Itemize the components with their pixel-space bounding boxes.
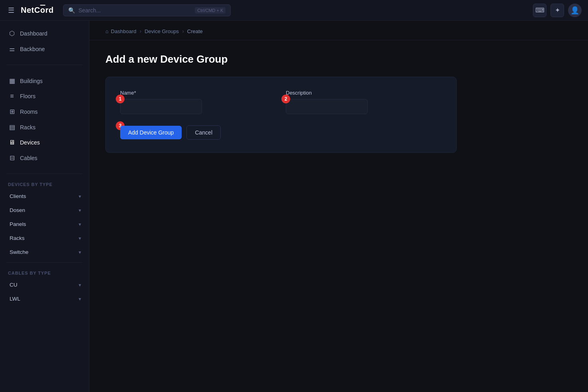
search-input[interactable]: [78, 7, 192, 14]
sidebar-item-rooms[interactable]: ⊞ Rooms: [0, 104, 89, 119]
description-input-wrapper: 2: [286, 99, 442, 114]
sidebar-divider-3: [6, 262, 83, 263]
panels-label: Panels: [10, 221, 26, 227]
home-icon: ⌂: [105, 28, 109, 34]
chevron-down-icon: ▾: [79, 282, 81, 288]
breadcrumb-device-groups[interactable]: Device Groups: [145, 28, 179, 34]
sidebar-item-label: Dashboard: [20, 30, 48, 37]
page-title: Add a new Device Group: [105, 53, 572, 65]
devices-by-type-label: DEVICES BY TYPE: [0, 177, 89, 189]
terminal-icon-btn[interactable]: ⌨: [533, 4, 546, 17]
sidebar-device-type-switche[interactable]: Switche ▾: [2, 245, 87, 259]
description-label: Description: [286, 90, 442, 96]
topbar: ☰ NetCord 🔍 Ctrl/CMD + K ⌨ ✦ 👤: [0, 0, 588, 21]
sidebar-item-label: Racks: [20, 124, 36, 131]
sidebar-item-backbone[interactable]: ⚌ Backbone: [0, 41, 89, 57]
clients-label: Clients: [10, 193, 26, 199]
sidebar-item-label: Devices: [20, 139, 40, 146]
sidebar-nav-middle: ▦ Buildings ≡ Floors ⊞ Rooms ▤ Racks 🖥 D…: [0, 68, 89, 170]
settings-icon-btn[interactable]: ✦: [550, 4, 564, 17]
switche-label: Switche: [10, 249, 28, 255]
form-row-inputs: Name* 1 Description 2: [120, 90, 442, 114]
add-device-group-button[interactable]: Add Device Group: [120, 126, 182, 139]
sidebar-divider-2: [6, 174, 83, 174]
chevron-down-icon: ▾: [79, 208, 81, 213]
backbone-icon: ⚌: [8, 45, 16, 53]
sidebar-item-label: Rooms: [20, 109, 38, 115]
breadcrumb-dashboard[interactable]: ⌂ Dashboard: [105, 28, 136, 34]
sidebar: ⬡ Dashboard ⚌ Backbone ▦ Buildings ≡ Flo…: [0, 21, 89, 392]
racks-label: Racks: [10, 235, 25, 241]
breadcrumb-sep-1: ›: [139, 28, 141, 34]
chevron-down-icon: ▾: [79, 236, 81, 241]
cables-icon: ⊟: [8, 154, 16, 162]
sidebar-item-buildings[interactable]: ▦ Buildings: [0, 73, 89, 89]
rooms-icon: ⊞: [8, 108, 16, 115]
chevron-down-icon: ▾: [79, 296, 81, 302]
sidebar-item-devices[interactable]: 🖥 Devices: [0, 135, 89, 150]
sidebar-item-dashboard[interactable]: ⬡ Dashboard: [0, 26, 89, 41]
add-button-wrapper: 3 Add Device Group: [120, 126, 182, 139]
avatar-icon: 👤: [570, 6, 579, 15]
main-layout: ⬡ Dashboard ⚌ Backbone ▦ Buildings ≡ Flo…: [0, 21, 588, 392]
menu-icon[interactable]: ☰: [6, 4, 16, 16]
breadcrumb-dashboard-label: Dashboard: [111, 28, 137, 34]
sidebar-device-type-panels[interactable]: Panels ▾: [2, 218, 87, 231]
breadcrumb-sep-2: ›: [182, 28, 184, 34]
name-label: Name*: [120, 90, 276, 96]
buildings-icon: ▦: [8, 77, 16, 85]
sidebar-cable-type-cu[interactable]: CU ▾: [2, 278, 87, 291]
name-input[interactable]: [120, 99, 202, 114]
app-logo: NetCord: [21, 6, 53, 15]
form-group-description: Description 2: [286, 90, 442, 114]
page-content: Add a new Device Group Name* 1 Descripti…: [89, 40, 588, 166]
sidebar-divider-1: [6, 65, 83, 65]
content-area: ⌂ Dashboard › Device Groups › Create Add…: [89, 21, 588, 392]
description-input[interactable]: [286, 99, 368, 114]
floors-icon: ≡: [8, 93, 16, 100]
terminal-icon: ⌨: [535, 6, 544, 14]
breadcrumb: ⌂ Dashboard › Device Groups › Create: [89, 21, 588, 40]
sidebar-item-label: Floors: [20, 93, 36, 99]
cu-label: CU: [10, 282, 18, 288]
sidebar-item-floors[interactable]: ≡ Floors: [0, 89, 89, 104]
topbar-actions: ⌨ ✦ 👤: [533, 4, 582, 17]
sidebar-device-type-clients[interactable]: Clients ▾: [2, 190, 87, 203]
sidebar-cable-type-lwl[interactable]: LWL ▾: [2, 292, 87, 305]
racks-icon: ▤: [8, 123, 16, 131]
sidebar-item-label: Buildings: [20, 78, 43, 84]
breadcrumb-device-groups-label: Device Groups: [145, 28, 179, 34]
sidebar-item-label: Cables: [20, 155, 38, 161]
search-shortcut: Ctrl/CMD + K: [195, 7, 226, 14]
sidebar-nav-top: ⬡ Dashboard ⚌ Backbone: [0, 21, 89, 61]
chevron-down-icon: ▾: [79, 249, 81, 255]
sidebar-item-cables[interactable]: ⊟ Cables: [0, 150, 89, 166]
step-badge-2: 2: [281, 95, 290, 103]
cancel-button[interactable]: Cancel: [186, 125, 221, 140]
form-card: Name* 1 Description 2: [105, 77, 457, 153]
search-bar[interactable]: 🔍 Ctrl/CMD + K: [63, 4, 231, 16]
sidebar-device-type-dosen[interactable]: Dosen ▾: [2, 204, 87, 217]
sidebar-item-label: Backbone: [20, 46, 45, 52]
chevron-down-icon: ▾: [79, 194, 81, 199]
form-actions: 3 Add Device Group Cancel: [120, 125, 442, 140]
dosen-label: Dosen: [10, 207, 25, 213]
dashboard-icon: ⬡: [8, 30, 16, 37]
cables-by-type-label: CABLES BY TYPE: [0, 266, 89, 278]
step-badge-1: 1: [116, 95, 125, 103]
chevron-down-icon: ▾: [79, 222, 81, 227]
lwl-label: LWL: [10, 296, 20, 302]
devices-icon: 🖥: [8, 139, 16, 146]
name-input-wrapper: 1: [120, 99, 276, 114]
sidebar-item-racks[interactable]: ▤ Racks: [0, 119, 89, 135]
sun-icon: ✦: [555, 6, 560, 14]
sidebar-device-type-racks[interactable]: Racks ▾: [2, 232, 87, 245]
breadcrumb-create: Create: [187, 28, 203, 34]
form-group-name: Name* 1: [120, 90, 276, 114]
search-icon: 🔍: [68, 7, 75, 14]
user-avatar[interactable]: 👤: [568, 4, 582, 17]
